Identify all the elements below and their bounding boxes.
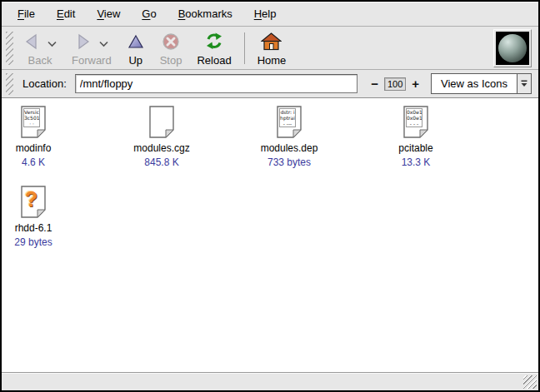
unknown-file-icon: ? bbox=[20, 187, 42, 211]
file-size: 4.6 K bbox=[0, 156, 83, 168]
menubar-item[interactable]: Go bbox=[131, 4, 167, 23]
forward-button[interactable]: Forward bbox=[64, 29, 119, 67]
stop-icon bbox=[162, 32, 180, 51]
toolbar-separator bbox=[244, 32, 245, 64]
file-name[interactable]: modules.dep bbox=[239, 142, 339, 154]
menubar-item[interactable]: File bbox=[7, 4, 46, 23]
file-size: 13.3 K bbox=[366, 156, 466, 168]
throbber-frame bbox=[493, 29, 532, 67]
document-icon[interactable]: dstr: ihptrai- --- bbox=[276, 106, 302, 139]
stop-button[interactable]: Stop bbox=[152, 29, 190, 67]
throbber-icon bbox=[496, 32, 529, 65]
resize-grip-icon[interactable] bbox=[523, 375, 537, 389]
reload-button[interactable]: Reload bbox=[189, 29, 238, 67]
zoom-cluster: − 100 + bbox=[368, 76, 422, 92]
file-item[interactable]: dstr: ihptrai- --- modules.dep 733 bytes bbox=[239, 106, 339, 168]
menubar-item[interactable]: Help bbox=[243, 4, 288, 23]
file-item[interactable]: Versic3c501· · modinfo 4.6 K bbox=[0, 106, 83, 168]
up-button-label: Up bbox=[128, 54, 142, 67]
reload-button-label: Reload bbox=[197, 54, 231, 67]
file-item[interactable]: ? rhdd-6.1 29 bytes bbox=[0, 186, 83, 248]
back-button-label: Back bbox=[28, 54, 52, 67]
page-icon bbox=[148, 106, 175, 139]
toolbar-drag-handle[interactable] bbox=[6, 32, 13, 65]
stop-button-label: Stop bbox=[160, 54, 182, 67]
status-bar bbox=[2, 372, 538, 390]
file-item[interactable]: 0x0e10x0e1- - - pcitable 13.3 K bbox=[366, 106, 466, 168]
menubar-item[interactable]: View bbox=[86, 4, 131, 23]
zoom-in-button[interactable]: + bbox=[408, 76, 422, 92]
file-name[interactable]: modules.cgz bbox=[112, 142, 212, 154]
forward-icon bbox=[75, 33, 92, 50]
file-preview-text: 0x0e10x0e1- - - bbox=[406, 108, 422, 127]
view-mode-arrow-icon[interactable] bbox=[517, 74, 531, 93]
location-input[interactable] bbox=[75, 74, 358, 93]
menubar: FileEditViewGoBookmarksHelp bbox=[2, 2, 538, 27]
menubar-item[interactable]: Edit bbox=[46, 4, 86, 23]
file-item[interactable]: modules.cgz 845.8 K bbox=[112, 106, 212, 168]
file-size: 845.8 K bbox=[112, 156, 212, 168]
back-dropdown-chevron-icon[interactable] bbox=[48, 41, 57, 47]
zoom-out-button[interactable]: − bbox=[368, 76, 382, 92]
up-icon bbox=[127, 33, 145, 50]
menubar-item[interactable]: Bookmarks bbox=[168, 4, 243, 23]
document-icon[interactable]: 0x0e10x0e1- - - bbox=[402, 106, 429, 139]
reload-icon bbox=[204, 32, 224, 51]
throbber-sphere bbox=[498, 34, 527, 62]
forward-button-label: Forward bbox=[72, 54, 112, 67]
document-icon[interactable]: ? bbox=[20, 186, 47, 219]
home-icon bbox=[261, 32, 282, 51]
back-icon bbox=[23, 33, 40, 50]
file-size: 733 bytes bbox=[239, 156, 339, 168]
file-grid[interactable]: Versic3c501· · modinfo 4.6 K modules.cgz… bbox=[2, 98, 538, 372]
view-mode-dropdown[interactable]: View as Icons bbox=[431, 73, 532, 94]
location-label: Location: bbox=[22, 77, 67, 90]
file-name[interactable]: rhdd-6.1 bbox=[0, 222, 83, 234]
up-button[interactable]: Up bbox=[119, 29, 152, 67]
document-icon[interactable] bbox=[148, 106, 175, 139]
zoom-level-indicator[interactable]: 100 bbox=[384, 77, 406, 91]
file-preview-text: dstr: ihptrai- --- bbox=[279, 108, 296, 127]
forward-dropdown-chevron-icon[interactable] bbox=[99, 41, 108, 47]
document-icon[interactable]: Versic3c501· · bbox=[20, 106, 47, 139]
back-button[interactable]: Back bbox=[16, 29, 64, 67]
file-name[interactable]: pcitable bbox=[366, 142, 466, 154]
view-mode-label: View as Icons bbox=[432, 74, 517, 93]
file-manager-window: FileEditViewGoBookmarksHelp Back bbox=[0, 0, 540, 392]
file-preview-text: Versic3c501· · bbox=[23, 108, 40, 127]
toolbar: Back Forward bbox=[2, 27, 538, 70]
location-bar: Location: − 100 + View as Icons bbox=[2, 70, 538, 98]
file-size: 29 bytes bbox=[0, 236, 83, 248]
file-name[interactable]: modinfo bbox=[0, 142, 83, 154]
location-bar-drag-handle[interactable] bbox=[6, 73, 13, 95]
home-button-label: Home bbox=[258, 54, 287, 67]
home-button[interactable]: Home bbox=[250, 29, 294, 67]
